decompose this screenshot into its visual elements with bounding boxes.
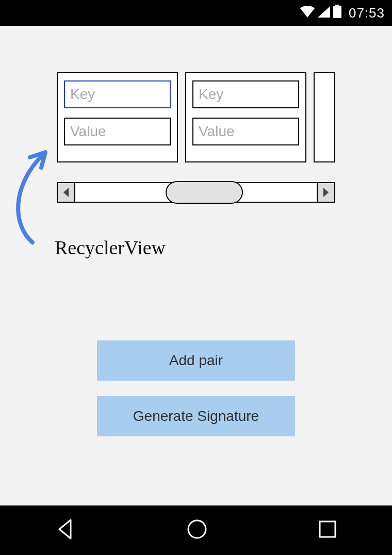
scroll-right-arrow-icon[interactable] [317, 183, 334, 202]
wifi-icon [300, 5, 315, 21]
scroll-thumb[interactable] [166, 181, 243, 204]
status-clock: 07:53 [349, 5, 385, 21]
content-area: Key Value Key Value R [0, 26, 392, 505]
value-field[interactable]: Value [192, 118, 299, 145]
svg-rect-0 [335, 5, 339, 6]
battery-icon [333, 5, 341, 22]
nav-home-icon[interactable] [186, 518, 208, 543]
svg-rect-1 [333, 6, 341, 18]
scroll-left-arrow-icon[interactable] [58, 183, 75, 202]
svg-point-2 [188, 520, 206, 538]
key-field[interactable]: Key [64, 80, 171, 108]
cellular-icon [318, 5, 330, 21]
status-bar: 07:53 [0, 0, 392, 26]
navigation-bar [0, 505, 392, 555]
button-stack: Add pair Generate Signature [97, 340, 295, 436]
nav-back-icon[interactable] [54, 518, 77, 543]
pair-card-peek [314, 72, 335, 162]
generate-signature-button[interactable]: Generate Signature [97, 396, 295, 436]
value-placeholder: Value [70, 123, 106, 140]
status-icons [300, 5, 341, 22]
recycler-view[interactable]: Key Value Key Value [57, 72, 335, 162]
key-placeholder: Key [199, 86, 223, 103]
pair-card: Key Value [57, 72, 178, 162]
svg-rect-3 [320, 521, 335, 537]
scroll-track[interactable] [75, 183, 317, 202]
add-pair-button[interactable]: Add pair [97, 340, 295, 381]
key-field[interactable]: Key [192, 80, 299, 108]
value-field[interactable]: Value [64, 118, 171, 145]
value-placeholder: Value [199, 123, 235, 140]
annotation-label: RecyclerView [55, 236, 166, 259]
pair-card: Key Value [185, 72, 306, 162]
key-placeholder: Key [70, 86, 95, 103]
horizontal-scrollbar[interactable] [57, 182, 335, 203]
nav-recent-icon[interactable] [317, 519, 338, 542]
